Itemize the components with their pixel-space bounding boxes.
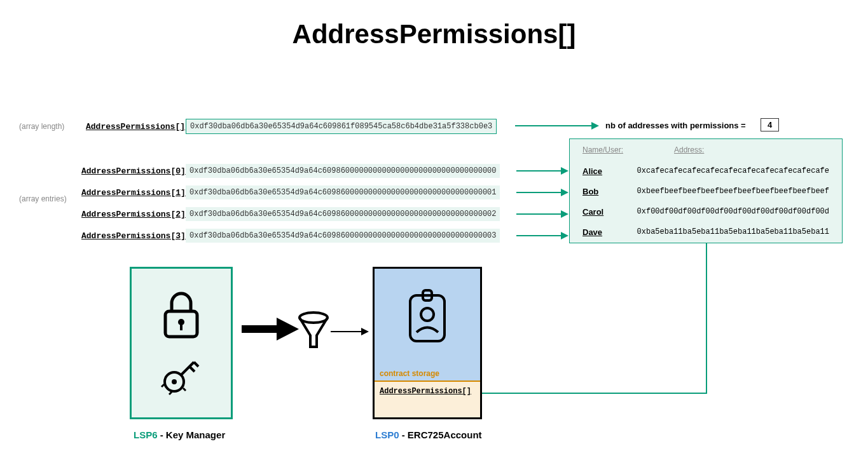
arrow-2 [516, 213, 561, 215]
svg-rect-16 [410, 295, 444, 341]
entry-3-hex: 0xdf30dba06db6a30e65354d9a64c60986000000… [186, 229, 500, 243]
storage-section: contract storage AddressPermissions[] [375, 367, 480, 417]
array-length-label: (array length) [19, 122, 64, 131]
svg-point-4 [172, 379, 177, 384]
nb-value: 4 [761, 118, 779, 131]
user-address: 0xf00df00df00df00df00df00df00df00df00df0… [637, 207, 829, 216]
arrow-0 [516, 170, 561, 172]
key-icon [159, 353, 203, 397]
users-header: Name/User: Address: [582, 145, 829, 154]
entry-0-name: AddressPermissions[0] [81, 166, 186, 176]
funnel-icon [298, 311, 329, 349]
arrow-1-head [561, 189, 568, 196]
entry-2-hex: 0xdf30dba06db6a30e65354d9a64c60986000000… [186, 207, 500, 221]
array-entries-label: (array entries) [19, 194, 67, 203]
arrow-0-head [561, 167, 568, 175]
entry-1-name: AddressPermissions[1] [81, 188, 186, 198]
arrow-line-nb [515, 125, 591, 126]
entry-2-name: AddressPermissions[2] [81, 210, 186, 219]
lsp0-suffix: - ERC725Account [399, 429, 482, 440]
lsp6-box [130, 267, 233, 419]
lock-icon [159, 289, 203, 340]
user-name: Bob [582, 187, 637, 196]
length-key-name: AddressPermissions[] [86, 122, 185, 131]
user-address: 0xcafecafecafecafecafecafecafecafecafeca… [637, 166, 829, 175]
user-name: Alice [582, 166, 637, 176]
storage-label: contract storage [375, 367, 480, 382]
arrow-2-head [561, 210, 568, 218]
arrow-3-head [561, 232, 568, 239]
id-badge-icon [405, 288, 450, 345]
lsp6-caption: LSP6 - Key Manager [134, 429, 225, 440]
col-address: Address: [674, 145, 704, 154]
nb-label: nb of addresses with permissions = [605, 121, 746, 130]
lsp6-suffix: - Key Manager [158, 429, 226, 440]
user-address: 0xba5eba11ba5eba11ba5eba11ba5eba11ba5eba… [637, 227, 829, 236]
user-row: Bob 0xbeefbeefbeefbeefbeefbeefbeefbeefbe… [582, 181, 829, 201]
lsp0-caption: LSP0 - ERC725Account [375, 429, 482, 440]
svg-rect-2 [180, 324, 183, 330]
length-hex: 0xdf30dba06db6a30e65354d9a64c609861f0895… [186, 119, 497, 134]
svg-marker-15 [361, 328, 369, 335]
svg-point-18 [421, 308, 434, 321]
entry-1-hex: 0xdf30dba06db6a30e65354d9a64c60986000000… [186, 185, 500, 199]
entry-3-name: AddressPermissions[3] [81, 231, 186, 241]
svg-point-13 [300, 313, 327, 323]
connector-hline [482, 393, 706, 394]
lsp0-prefix: LSP0 [375, 429, 399, 440]
thin-arrow-icon [331, 328, 369, 335]
svg-line-8 [162, 384, 164, 387]
big-arrow-icon [242, 318, 299, 340]
user-row: Carol 0xf00df00df00df00df00df00df00df00d… [582, 201, 829, 222]
svg-marker-12 [277, 318, 299, 340]
user-row: Alice 0xcafecafecafecafecafecafecafecafe… [582, 161, 829, 181]
user-address: 0xbeefbeefbeefbeefbeefbeefbeefbeefbeefbe… [637, 187, 829, 196]
page-title: AddressPermissions[] [293, 19, 576, 50]
connector-vline [706, 243, 707, 394]
lsp0-box: contract storage AddressPermissions[] [373, 267, 482, 419]
lsp6-prefix: LSP6 [134, 429, 158, 440]
users-panel: Name/User: Address: Alice 0xcafecafecafe… [569, 138, 843, 243]
svg-line-6 [189, 367, 195, 372]
user-name: Carol [582, 207, 637, 217]
entry-0-hex: 0xdf30dba06db6a30e65354d9a64c60986000000… [186, 164, 500, 178]
user-row: Dave 0xba5eba11ba5eba11ba5eba11ba5eba11b… [582, 222, 829, 242]
arrow-3 [516, 235, 561, 236]
arrow-head-nb [591, 122, 599, 130]
svg-rect-11 [242, 325, 277, 333]
user-name: Dave [582, 227, 637, 237]
svg-line-9 [169, 392, 172, 394]
col-name: Name/User: [582, 145, 623, 154]
svg-line-10 [183, 388, 186, 391]
arrow-1 [516, 192, 561, 193]
storage-item: AddressPermissions[] [375, 382, 480, 417]
svg-line-7 [194, 362, 198, 367]
